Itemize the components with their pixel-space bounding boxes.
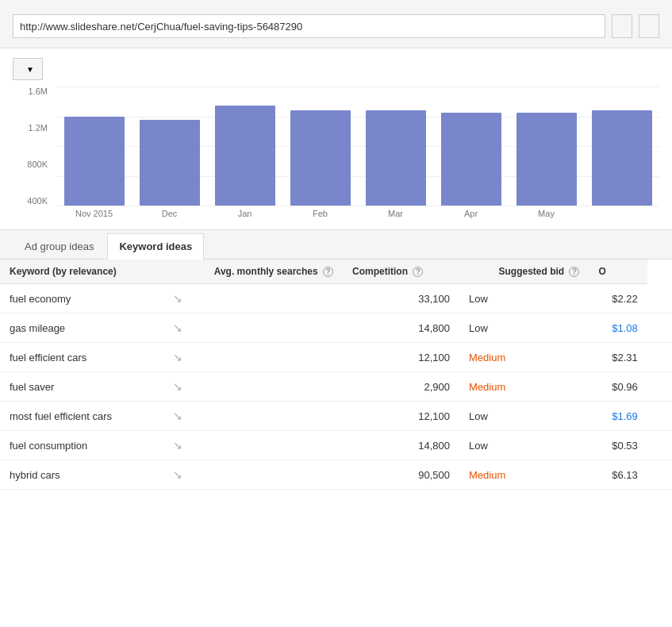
trend-icon: ↘	[173, 380, 182, 393]
grid-line-bottom	[56, 206, 659, 206]
cell-other-5	[647, 431, 672, 460]
cell-trend-3: ↘	[163, 372, 343, 402]
x-label-3: Feb	[282, 209, 358, 218]
y-label-3: 1.6M	[13, 87, 52, 96]
y-axis: 400K 800K 1.2M 1.6M	[13, 87, 52, 206]
help-icon-competition[interactable]: ?	[413, 267, 423, 277]
cell-searches-0: 33,100	[343, 284, 459, 314]
table-row: fuel saver↘2,900Medium$0.96	[0, 372, 672, 402]
x-label-1: Dec	[132, 209, 207, 218]
bar-7	[592, 110, 652, 206]
cell-trend-2: ↘	[163, 343, 343, 372]
cell-other-1	[647, 314, 672, 343]
bar-group-6	[509, 87, 584, 206]
cell-other-4	[647, 402, 672, 431]
y-label-0: 400K	[13, 196, 52, 206]
cell-competition-3: Medium	[459, 372, 589, 402]
tab-keyword-ideas[interactable]: Keyword ideas	[107, 233, 204, 260]
help-icon-searches[interactable]: ?	[323, 267, 333, 277]
col-suggested-bid: Suggested bid ?	[459, 260, 589, 284]
bar-1	[140, 120, 200, 206]
y-label-1: 800K	[13, 160, 52, 169]
cell-searches-5: 14,800	[343, 431, 459, 460]
cell-trend-5: ↘	[163, 431, 343, 460]
url-row	[13, 14, 659, 38]
competition-value: Low	[469, 322, 488, 334]
bar-group-7	[584, 87, 659, 206]
cell-trend-1: ↘	[163, 314, 343, 343]
table-row: fuel efficient cars↘12,100Medium$2.31	[0, 343, 672, 372]
cell-bid-6: $6.13	[589, 460, 647, 490]
cell-competition-1: Low	[459, 314, 589, 343]
cell-searches-2: 12,100	[343, 343, 459, 372]
tab-ad-group-ideas[interactable]: Ad group ideas	[13, 233, 106, 259]
modify-search-button[interactable]	[639, 14, 659, 38]
bar-2	[215, 106, 275, 206]
trend-icon: ↘	[173, 410, 182, 422]
y-label-2: 1.2M	[13, 123, 52, 133]
cell-trend-0: ↘	[163, 284, 343, 314]
x-label-0: Nov 2015	[56, 209, 132, 218]
cell-bid-5: $0.53	[589, 431, 647, 460]
trend-icon: ↘	[173, 351, 182, 364]
cell-other-0	[647, 284, 672, 314]
table-row: fuel economy↘33,100Low$2.22	[0, 284, 672, 314]
table-row: fuel consumption↘14,800Low$0.53	[0, 431, 672, 460]
table-header-row: Keyword (by relevance) Avg. monthly sear…	[0, 260, 672, 284]
get-ideas-button[interactable]	[612, 14, 632, 38]
col-competition: Competition ?	[343, 260, 459, 284]
bar-5	[441, 113, 501, 206]
top-section	[0, 0, 672, 48]
x-label-7	[584, 209, 659, 218]
bid-link[interactable]: $1.69	[612, 410, 638, 422]
trend-icon: ↘	[173, 292, 182, 305]
cell-bid-3: $0.96	[589, 372, 647, 402]
table-section: Keyword (by relevance) Avg. monthly sear…	[0, 260, 672, 490]
cell-searches-4: 12,100	[343, 402, 459, 431]
bar-group-3	[282, 87, 358, 206]
x-label-5: Apr	[433, 209, 509, 218]
chevron-down-icon: ▼	[26, 65, 34, 74]
table-row: gas mileage↘14,800Low$1.08	[0, 314, 672, 343]
table-row: hybrid cars↘90,500Medium$6.13	[0, 460, 672, 490]
tabs-section: Ad group ideas Keyword ideas	[0, 229, 672, 260]
competition-value: Medium	[469, 352, 505, 364]
cell-keyword-5: fuel consumption	[0, 431, 163, 460]
bar-group-1	[132, 87, 207, 206]
bar-0	[64, 117, 125, 206]
cell-keyword-6: hybrid cars	[0, 460, 163, 490]
help-icon-bid[interactable]: ?	[569, 267, 579, 277]
bar-6	[516, 113, 577, 206]
bar-group-4	[358, 87, 433, 206]
trend-icon: ↘	[173, 468, 182, 481]
chart-area: 400K 800K 1.2M 1.6M Nov 2015DecJanFebMar…	[13, 87, 659, 229]
cell-other-3	[647, 372, 672, 402]
cell-competition-4: Low	[459, 402, 589, 431]
competition-value: Medium	[469, 381, 505, 393]
bar-3	[290, 110, 351, 206]
x-label-4: Mar	[358, 209, 433, 218]
cell-bid-1: $1.08	[589, 314, 647, 343]
bar-4	[366, 110, 426, 206]
x-label-6: May	[509, 209, 584, 218]
bars-area	[56, 87, 659, 206]
cell-competition-5: Low	[459, 431, 589, 460]
cell-keyword-3: fuel saver	[0, 372, 163, 402]
cell-keyword-2: fuel efficient cars	[0, 343, 163, 372]
search-volume-dropdown[interactable]: ▼	[13, 58, 43, 80]
cell-other-6	[647, 460, 672, 490]
competition-value: Low	[469, 440, 488, 452]
cell-trend-4: ↘	[163, 402, 343, 431]
landing-url-input[interactable]	[13, 14, 605, 38]
competition-value: Medium	[469, 469, 505, 481]
x-label-2: Jan	[207, 209, 282, 218]
cell-searches-1: 14,800	[343, 314, 459, 343]
trend-icon: ↘	[173, 439, 182, 452]
trend-icon: ↘	[173, 321, 182, 334]
bid-link[interactable]: $1.08	[612, 322, 638, 334]
cell-trend-6: ↘	[163, 460, 343, 490]
cell-keyword-4: most fuel efficient cars	[0, 402, 163, 431]
cell-bid-2: $2.31	[589, 343, 647, 372]
cell-bid-0: $2.22	[589, 284, 647, 314]
cell-searches-3: 2,900	[343, 372, 459, 402]
